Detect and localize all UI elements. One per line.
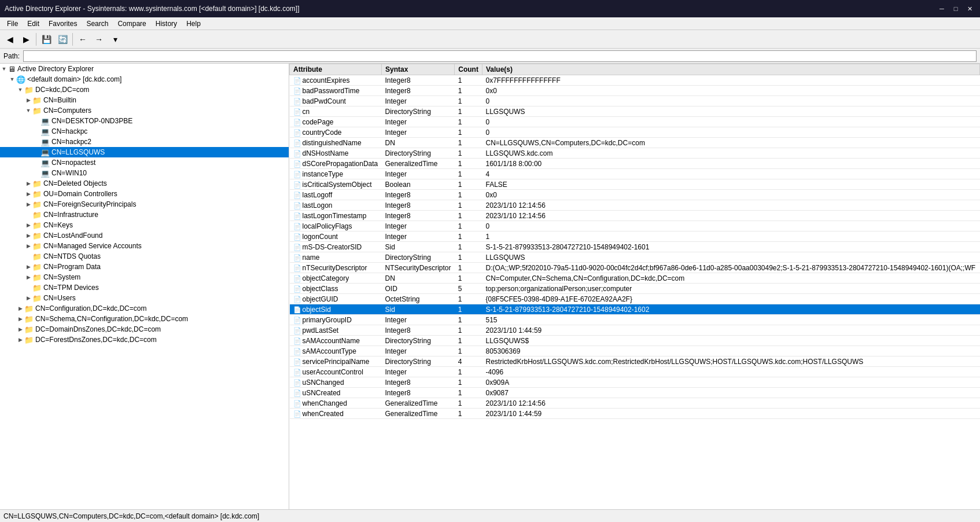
menu-item-edit[interactable]: Edit — [23, 19, 44, 29]
toolbar-dropdown-button[interactable]: ▾ — [108, 32, 123, 47]
table-row[interactable]: 📄objectClassOID5top;person;organizationa… — [290, 284, 980, 294]
tree-node-cn-computers[interactable]: ▼📁CN=Computers — [0, 105, 289, 116]
menu-item-history[interactable]: History — [151, 19, 182, 29]
tree-toggle-cn-keys[interactable]: ▶ — [24, 222, 32, 228]
tree-node-cn-config[interactable]: ▶📁CN=Configuration,DC=kdc,DC=com — [0, 303, 289, 314]
table-row[interactable]: 📄userAccountControlInteger1-4096 — [290, 367, 980, 377]
table-row[interactable]: 📄isCriticalSystemObjectBoolean1FALSE — [290, 179, 980, 190]
tree-toggle-cn-managed[interactable]: ▶ — [24, 243, 32, 249]
tree-node-cn-deleted[interactable]: ▶📁CN=Deleted Objects — [0, 178, 289, 189]
table-row[interactable]: 📄countryCodeInteger10 — [290, 127, 980, 138]
tree-node-root[interactable]: ▼🖥Active Directory Explorer — [0, 64, 289, 74]
tree-toggle-cn-computers[interactable]: ▼ — [24, 108, 32, 113]
table-row[interactable]: 📄pwdLastSetInteger812023/1/10 1:44:59 — [290, 325, 980, 336]
tree-node-cn-nopactest[interactable]: 💻CN=nopactest — [0, 157, 289, 168]
tree-toggle-cn-program[interactable]: ▶ — [24, 264, 32, 270]
table-row[interactable]: 📄dSCorePropagationDataGeneralizedTime116… — [290, 159, 980, 169]
toolbar-back-button[interactable]: ◀ — [2, 32, 17, 47]
tree-node-cn-win10[interactable]: 💻CN=WIN10 — [0, 168, 289, 178]
table-row[interactable]: 📄nTSecurityDescriptorNTSecurityDescripto… — [290, 263, 980, 273]
table-row[interactable]: 📄servicePrincipalNameDirectoryString4Res… — [290, 356, 980, 367]
maximize-button[interactable]: □ — [950, 3, 961, 14]
table-row[interactable]: 📄localPolicyFlagsInteger10 — [290, 221, 980, 231]
table-row[interactable]: 📄uSNChangedInteger810x909A — [290, 377, 980, 388]
col-syntax[interactable]: Syntax — [382, 64, 455, 75]
table-row[interactable]: 📄badPwdCountInteger10 — [290, 96, 980, 106]
tree-node-cn-ntds[interactable]: 📁CN=NTDS Quotas — [0, 251, 289, 262]
tree-toggle-dc-domain[interactable]: ▶ — [16, 326, 24, 332]
table-row[interactable]: 📄badPasswordTimeInteger810x0 — [290, 86, 980, 96]
table-row[interactable]: 📄lastLogonInteger812023/1/10 12:14:56 — [290, 200, 980, 211]
tree-toggle-ou-domain-ctrl[interactable]: ▶ — [24, 191, 32, 197]
close-button[interactable]: ✕ — [964, 3, 975, 14]
tree-node-dc-domain[interactable]: ▶📁DC=DomainDnsZones,DC=kdc,DC=com — [0, 324, 289, 334]
table-row[interactable]: 📄lastLogoffInteger810x0 — [290, 190, 980, 200]
minimize-button[interactable]: ─ — [936, 3, 948, 14]
table-row[interactable]: 📄objectGUIDOctetString1{08F5CFE5-0398-4D… — [290, 294, 980, 304]
path-input[interactable]: CN=LLGSQUWS,CN=Computers,DC=kdc,DC=com,<… — [23, 50, 977, 62]
table-row[interactable]: 📄accountExpiresInteger810x7FFFFFFFFFFFFF… — [290, 75, 980, 86]
table-row[interactable]: 📄primaryGroupIDInteger1515 — [290, 315, 980, 325]
table-row[interactable]: 📄mS-DS-CreatorSIDSid1S-1-5-21-879933513-… — [290, 242, 980, 252]
tree-node-cn-schema[interactable]: ▶📁CN=Schema,CN=Configuration,DC=kdc,DC=c… — [0, 314, 289, 324]
tree-node-cn-keys[interactable]: ▶📁CN=Keys — [0, 220, 289, 230]
menu-item-compare[interactable]: Compare — [113, 19, 150, 29]
table-row[interactable]: 📄cnDirectoryString1LLGSQUWS — [290, 106, 980, 117]
tree-toggle-cn-users[interactable]: ▶ — [24, 295, 32, 301]
tree-node-cn-managed[interactable]: ▶📁CN=Managed Service Accounts — [0, 241, 289, 251]
tree-toggle-dc-kdc[interactable]: ▼ — [16, 87, 24, 93]
table-row[interactable]: 📄distinguishedNameDN1CN=LLGSQUWS,CN=Comp… — [290, 138, 980, 148]
table-row[interactable]: 📄uSNCreatedInteger810x9087 — [290, 388, 980, 398]
tree-node-cn-desktop[interactable]: 💻CN=DESKTOP-0ND3PBE — [0, 116, 289, 126]
table-row[interactable]: 📄whenChangedGeneralizedTime12023/1/10 12… — [290, 398, 980, 409]
tree-node-cn-users[interactable]: ▶📁CN=Users — [0, 293, 289, 303]
tree-node-dc-kdc[interactable]: ▼📁DC=kdc,DC=com — [0, 84, 289, 95]
table-row[interactable]: 📄nameDirectoryString1LLGSQUWS — [290, 252, 980, 263]
col-count[interactable]: Count — [455, 64, 482, 75]
col-attribute[interactable]: Attribute — [290, 64, 382, 75]
table-row[interactable]: 📄instanceTypeInteger14 — [290, 169, 980, 179]
tree-node-cn-hackpc[interactable]: 💻CN=hackpc — [0, 126, 289, 137]
tree-node-cn-infra[interactable]: 📁CN=Infrastructure — [0, 209, 289, 220]
tree-toggle-cn-foreign[interactable]: ▶ — [24, 201, 32, 207]
tree-node-dc-forest[interactable]: ▶📁DC=ForestDnsZones,DC=kdc,DC=com — [0, 334, 289, 345]
table-row[interactable]: 📄whenCreatedGeneralizedTime12023/1/10 1:… — [290, 409, 980, 419]
toolbar-nav-back-button[interactable]: ← — [75, 32, 90, 47]
tree-toggle-cn-lost[interactable]: ▶ — [24, 233, 32, 238]
table-row[interactable]: 📄logonCountInteger11 — [290, 231, 980, 242]
menu-item-help[interactable]: Help — [182, 19, 205, 29]
toolbar-forward-button[interactable]: ▶ — [19, 32, 34, 47]
table-row[interactable]: 📄codePageInteger10 — [290, 117, 980, 127]
tree-node-cn-llgsquws[interactable]: 💻CN=LLGSQUWS — [0, 147, 289, 157]
table-row[interactable]: 📄objectSidSid1S-1-5-21-879933513-2804727… — [290, 304, 980, 315]
tree-node-default-domain[interactable]: ▼🌐<default domain> [dc.kdc.com] — [0, 74, 289, 84]
toolbar-save-button[interactable]: 💾 — [39, 32, 54, 47]
tree-node-ou-domain-ctrl[interactable]: ▶📁OU=Domain Controllers — [0, 189, 289, 199]
table-row[interactable]: 📄objectCategoryDN1CN=Computer,CN=Schema,… — [290, 273, 980, 284]
tree-toggle-cn-system[interactable]: ▶ — [24, 274, 32, 280]
tree-toggle-cn-schema[interactable]: ▶ — [16, 316, 24, 322]
tree-node-cn-hackpc2[interactable]: 💻CN=hackpc2 — [0, 137, 289, 147]
toolbar-refresh-button[interactable]: 🔄 — [55, 32, 70, 47]
tree-node-cn-foreign[interactable]: ▶📁CN=ForeignSecurityPrincipals — [0, 199, 289, 209]
tree-toggle-cn-config[interactable]: ▶ — [16, 306, 24, 311]
toolbar-nav-forward-button[interactable]: → — [91, 32, 106, 47]
tree-node-cn-system[interactable]: ▶📁CN=System — [0, 272, 289, 282]
tree-toggle-cn-builtin[interactable]: ▶ — [24, 97, 32, 103]
col-values[interactable]: Value(s) — [482, 64, 979, 75]
menu-item-file[interactable]: File — [2, 19, 23, 29]
tree-toggle-default-domain[interactable]: ▼ — [8, 76, 16, 82]
tree-node-cn-program[interactable]: ▶📁CN=Program Data — [0, 262, 289, 272]
tree-toggle-dc-forest[interactable]: ▶ — [16, 337, 24, 343]
table-row[interactable]: 📄sAMAccountTypeInteger1805306369 — [290, 346, 980, 356]
tree-node-cn-lost[interactable]: ▶📁CN=LostAndFound — [0, 230, 289, 241]
table-row[interactable]: 📄dNSHostNameDirectoryString1LLGSQUWS.kdc… — [290, 148, 980, 159]
tree-node-cn-builtin[interactable]: ▶📁CN=Builtin — [0, 95, 289, 105]
menu-item-search[interactable]: Search — [82, 19, 113, 29]
tree-toggle-root[interactable]: ▼ — [0, 66, 8, 72]
menu-item-favorites[interactable]: Favorites — [44, 19, 82, 29]
table-row[interactable]: 📄sAMAccountNameDirectoryString1LLGSQUWS$ — [290, 336, 980, 346]
tree-toggle-cn-deleted[interactable]: ▶ — [24, 181, 32, 186]
tree-node-cn-tpm[interactable]: 📁CN=TPM Devices — [0, 282, 289, 293]
table-row[interactable]: 📄lastLogonTimestampInteger812023/1/10 12… — [290, 211, 980, 221]
